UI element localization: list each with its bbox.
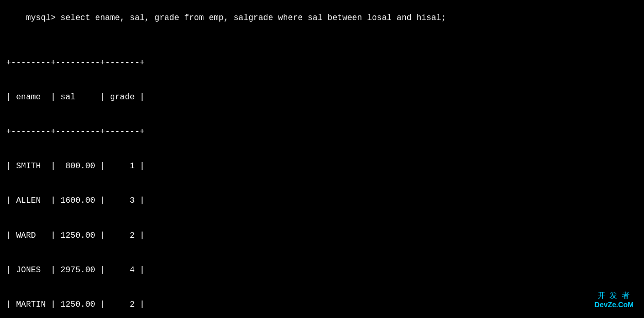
terminal-window: mysql> select ename, sal, grade from emp…: [0, 0, 644, 318]
table-row: | JONES | 2975.00 | 4 |: [6, 264, 638, 276]
mysql-prompt: mysql> select ename, sal, grade from emp…: [26, 13, 446, 23]
table-output: +--------+---------+-------+ | ename | s…: [6, 34, 638, 318]
table-row: | WARD | 1250.00 | 2 |: [6, 230, 638, 241]
header-separator: +--------+---------+-------+: [6, 126, 638, 137]
table-row: | MARTIN | 1250.00 | 2 |: [6, 299, 638, 310]
watermark-top-text: 开 发 者: [595, 291, 634, 301]
table-row: | ALLEN | 1600.00 | 3 |: [6, 195, 638, 206]
watermark-bottom-text: DevZe.CoM: [595, 301, 634, 309]
table-row: | SMITH | 800.00 | 1 |: [6, 161, 638, 172]
watermark: 开 发 者 DevZe.CoM: [595, 291, 634, 309]
top-separator: +--------+---------+-------+: [6, 57, 638, 68]
table-header: | ename | sal | grade |: [6, 92, 638, 103]
sql-command: mysql> select ename, sal, grade from emp…: [6, 4, 638, 32]
